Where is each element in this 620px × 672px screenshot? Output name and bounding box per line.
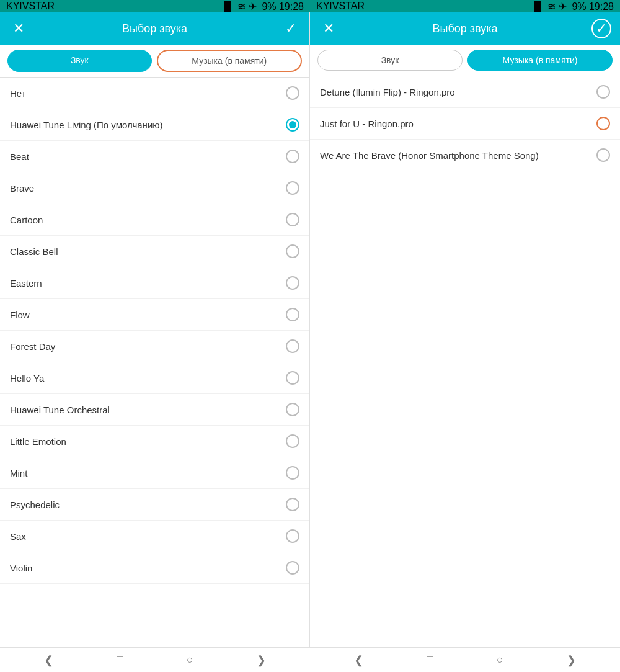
item-label: Forest Day [10,341,55,352]
list-item[interactable]: Huawei Tune Orchestral [0,394,309,426]
radio-button[interactable] [286,339,299,353]
item-label: Huawei Tune Orchestral [10,405,110,415]
radio-button[interactable] [286,308,299,321]
radio-button[interactable] [286,466,299,480]
item-label: Eastern [10,278,42,289]
right-tab-music[interactable]: Музыка (в памяти) [467,50,613,71]
left-panel: ✕ Выбор звука ✓ Звук Музыка (в памяти) Н… [0,12,310,647]
radio-button[interactable] [286,403,299,416]
item-label: Mint [10,468,27,478]
right-confirm-circle[interactable]: ✓ [591,19,611,38]
radio-button[interactable] [286,276,299,290]
list-item[interactable]: Flow [0,299,309,331]
status-icons-right: ▐▌ ≋ ✈ 9% 19:28 [531,1,614,12]
list-item[interactable]: Little Emotion [0,426,309,457]
right-nav-forward[interactable]: ❯ [567,653,576,667]
radio-button[interactable] [596,117,610,130]
left-tab-music[interactable]: Музыка (в памяти) [157,50,303,72]
list-item[interactable]: Cartoon [0,204,309,236]
radio-button[interactable] [596,85,610,99]
radio-button[interactable] [286,434,299,448]
item-label: Little Emotion [10,436,66,447]
status-icons-left: ▐▌ ≋ ✈ 9% 19:28 [221,1,304,12]
item-label: Flow [10,310,30,320]
item-label: Violin [10,563,32,573]
item-label: Нет [10,88,26,99]
item-label: Sax [10,531,26,542]
left-title: Выбор звука [30,22,280,35]
right-nav: ❮ □ ○ ❯ [310,648,620,672]
list-item[interactable]: Hello Ya [0,362,309,394]
left-confirm-button[interactable]: ✓ [280,17,302,40]
right-tab-bar: Звук Музыка (в памяти) [310,45,620,76]
radio-button[interactable] [286,561,299,575]
radio-button[interactable] [596,148,610,162]
item-label: Psychedelic [10,500,60,510]
left-nav-back[interactable]: ❮ [44,653,53,667]
radio-button[interactable] [286,371,299,385]
item-label: Just for U - Ringon.pro [320,119,414,129]
radio-button[interactable] [286,86,299,100]
list-item[interactable]: Violin [0,552,309,584]
item-label: Beat [10,151,29,162]
list-item[interactable]: Just for U - Ringon.pro [310,108,620,140]
item-label: Cartoon [10,215,43,225]
list-item[interactable]: Classic Bell [0,236,309,267]
radio-button[interactable] [286,181,299,195]
list-item[interactable]: Eastern [0,267,309,299]
right-confirm-button[interactable]: ✓ [590,17,613,40]
left-nav-home[interactable]: ○ [187,653,193,666]
navigation-bar: ❮ □ ○ ❯ ❮ □ ○ ❯ [0,647,620,672]
list-item[interactable]: Brave [0,172,309,204]
right-panel: ✕ Выбор звука ✓ Звук Музыка (в памяти) D… [310,12,620,647]
right-header: ✕ Выбор звука ✓ [310,12,620,45]
item-label: Huawei Tune Living (По умолчанию) [10,120,163,130]
list-item[interactable]: We Are The Brave (Honor Smartphone Theme… [310,140,620,171]
radio-button[interactable] [286,244,299,258]
item-label: Detune (Ilumin Flip) - Ringon.pro [320,87,455,97]
item-label: Hello Ya [10,373,44,383]
radio-button[interactable] [286,529,299,543]
list-item[interactable]: Detune (Ilumin Flip) - Ringon.pro [310,76,620,108]
list-item[interactable]: Нет [0,78,309,109]
list-item[interactable]: Psychedelic [0,489,309,521]
item-label: Classic Bell [10,246,58,257]
carrier-left: KYIVSTAR [6,1,55,12]
status-bar-left: KYIVSTAR ▐▌ ≋ ✈ 9% 19:28 [0,0,310,12]
radio-button[interactable] [286,118,299,132]
right-nav-back[interactable]: ❮ [354,653,363,667]
left-tab-bar: Звук Музыка (в памяти) [0,45,309,78]
left-nav-square[interactable]: □ [117,653,123,666]
status-bar-right: KYIVSTAR ▐▌ ≋ ✈ 9% 19:28 [310,0,620,12]
radio-button[interactable] [286,498,299,511]
carrier-right: KYIVSTAR [316,1,365,12]
list-item[interactable]: Beat [0,141,309,172]
left-nav: ❮ □ ○ ❯ [0,648,310,672]
right-title: Выбор звука [340,22,590,35]
list-item[interactable]: Forest Day [0,331,309,362]
item-label: Brave [10,183,34,194]
right-close-button[interactable]: ✕ [317,17,340,40]
right-sound-list: Detune (Ilumin Flip) - Ringon.proJust fo… [310,76,620,647]
list-item[interactable]: Mint [0,457,309,489]
left-sound-list: НетHuawei Tune Living (По умолчанию)Beat… [0,78,309,647]
left-nav-forward[interactable]: ❯ [257,653,266,667]
right-nav-square[interactable]: □ [427,653,433,666]
list-item[interactable]: Huawei Tune Living (По умолчанию) [0,109,309,141]
left-header: ✕ Выбор звука ✓ [0,12,309,45]
radio-button[interactable] [286,213,299,226]
left-tab-sound[interactable]: Звук [7,50,152,72]
item-label: We Are The Brave (Honor Smartphone Theme… [320,150,539,161]
left-close-button[interactable]: ✕ [7,17,30,40]
right-nav-home[interactable]: ○ [497,653,503,666]
right-tab-sound[interactable]: Звук [317,50,463,71]
list-item[interactable]: Sax [0,521,309,552]
radio-button[interactable] [286,150,299,163]
